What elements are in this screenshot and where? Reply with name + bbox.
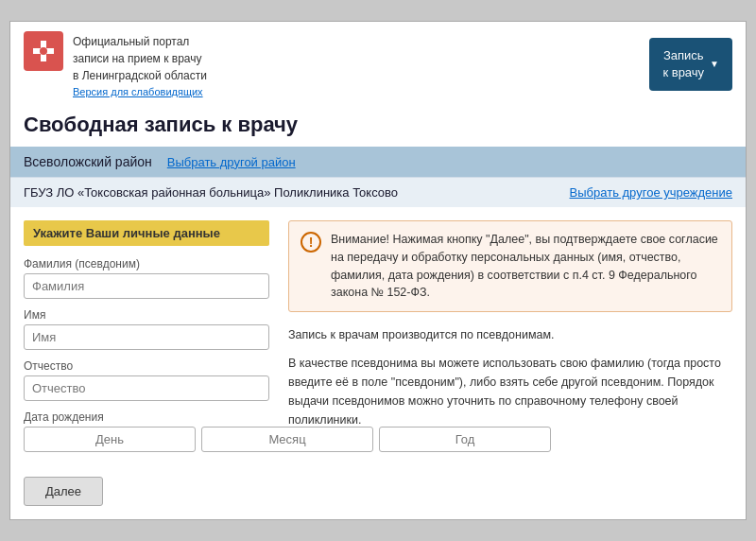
appointment-button[interactable]: Запись к врачу ▼ — [649, 38, 732, 91]
personal-data-form: Укажите Ваши личные данные Фамилия (псев… — [24, 220, 269, 506]
dob-month-input[interactable] — [201, 427, 373, 452]
svg-point-2 — [40, 47, 47, 55]
next-button[interactable]: Далее — [24, 477, 103, 506]
date-row — [24, 427, 269, 452]
pseudonym-text-1: Запись к врачам производится по псевдони… — [288, 325, 732, 344]
warning-text: Внимание! Нажимая кнопку "Далее", вы под… — [331, 231, 720, 302]
warning-box: ! Внимание! Нажимая кнопку "Далее", вы п… — [288, 220, 732, 312]
page-title: Свободная запись к врачу — [10, 103, 746, 147]
surname-group: Фамилия (псевдоним) — [24, 257, 269, 299]
header-left: Официальный портал записи на прием к вра… — [24, 31, 207, 97]
notice-section: ! Внимание! Нажимая кнопку "Далее", вы п… — [288, 220, 732, 429]
patronymic-group: Отчество — [24, 359, 269, 401]
dob-group: Дата рождения — [24, 410, 269, 452]
surname-input[interactable] — [24, 273, 269, 299]
facility-bar: ГБУЗ ЛО «Токсовская районная больница» П… — [10, 177, 746, 207]
header: Официальный портал записи на прием к вра… — [10, 22, 746, 103]
name-group: Имя — [24, 308, 269, 350]
dob-year-input[interactable] — [379, 427, 551, 452]
dob-label: Дата рождения — [24, 410, 269, 424]
surname-label: Фамилия (псевдоним) — [24, 257, 269, 270]
pseudonym-text-2: В качестве псевдонима вы можете использо… — [288, 354, 732, 429]
header-text-block: Официальный портал записи на прием к вра… — [73, 31, 207, 97]
notice-text-block: Запись к врачам производится по псевдони… — [288, 325, 732, 429]
change-facility-link[interactable]: Выбрать другое учреждение — [570, 185, 732, 200]
district-bar: Всеволожский район Выбрать другой район — [10, 147, 746, 177]
name-input[interactable] — [24, 324, 269, 350]
warning-icon: ! — [301, 232, 321, 253]
dob-day-input[interactable] — [24, 427, 196, 452]
patronymic-label: Отчество — [24, 359, 269, 373]
chevron-down-icon: ▼ — [710, 58, 719, 71]
name-label: Имя — [24, 308, 269, 322]
logo-icon — [24, 31, 63, 71]
district-name: Всеволожский район — [24, 154, 152, 169]
form-header: Укажите Ваши личные данные — [24, 220, 269, 246]
patronymic-input[interactable] — [24, 375, 269, 401]
site-description: Официальный портал записи на прием к вра… — [73, 31, 207, 84]
change-district-link[interactable]: Выбрать другой район — [167, 155, 296, 169]
accessibility-link[interactable]: Версия для слабовидящих — [73, 86, 207, 97]
facility-name: ГБУЗ ЛО «Токсовская районная больница» П… — [24, 185, 398, 200]
main-content: Укажите Ваши личные данные Фамилия (псев… — [10, 207, 746, 519]
